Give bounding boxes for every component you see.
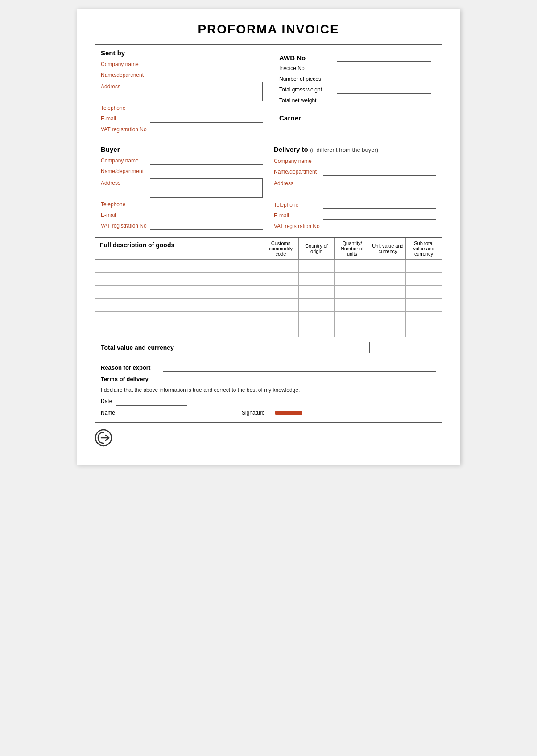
goods-qty-5-input[interactable] xyxy=(335,312,370,324)
goods-customs-4-input[interactable] xyxy=(263,299,298,311)
goods-qty-2-input[interactable] xyxy=(335,273,370,285)
goods-country-2-input[interactable] xyxy=(299,273,334,285)
goods-country-5-input[interactable] xyxy=(299,312,334,324)
goods-desc-2-input[interactable] xyxy=(95,273,263,285)
pieces-input[interactable] xyxy=(337,75,431,83)
goods-subtotal-1-input[interactable] xyxy=(406,260,442,272)
bottom-section: Reason for export Terms of delivery I de… xyxy=(95,358,442,422)
goods-desc-5-input[interactable] xyxy=(95,312,263,324)
goods-unit-3-input[interactable] xyxy=(370,286,405,298)
goods-customs-3 xyxy=(263,286,299,298)
goods-unit-1-input[interactable] xyxy=(370,260,405,272)
logo-area xyxy=(95,429,442,447)
del-vat-row: VAT registration No xyxy=(274,222,436,230)
awb-input[interactable] xyxy=(337,54,431,62)
net-input[interactable] xyxy=(337,96,431,104)
goods-qty-6 xyxy=(335,324,370,337)
buyer-address-input[interactable] xyxy=(150,178,263,198)
goods-subtotal-4-input[interactable] xyxy=(406,299,442,311)
del-namedept-input[interactable] xyxy=(323,168,436,176)
goods-customs-2-input[interactable] xyxy=(263,273,298,285)
del-company-label: Company name xyxy=(274,158,323,164)
goods-country-4-input[interactable] xyxy=(299,299,334,311)
goods-customs-1 xyxy=(263,260,299,272)
del-email-input[interactable] xyxy=(323,212,436,220)
total-input[interactable] xyxy=(369,342,436,353)
signature-input[interactable] xyxy=(314,408,436,417)
goods-subtotal-3-input[interactable] xyxy=(406,286,442,298)
sent-tel-input[interactable] xyxy=(150,104,263,112)
del-email-label: E-mail xyxy=(274,212,323,219)
buyer-vat-label: VAT registration No xyxy=(101,223,150,229)
gross-input[interactable] xyxy=(337,86,431,94)
page: PROFORMA INVOICE Sent by Company name Na… xyxy=(77,9,460,465)
goods-subtotal-6-input[interactable] xyxy=(406,324,442,337)
del-tel-input[interactable] xyxy=(323,201,436,209)
goods-desc-6-input[interactable] xyxy=(95,324,263,337)
terms-input[interactable] xyxy=(163,374,436,383)
del-company-input[interactable] xyxy=(323,157,436,165)
buyer-namedept-row: Name/department xyxy=(101,167,263,175)
goods-customs-6-input[interactable] xyxy=(263,324,298,337)
goods-desc-3 xyxy=(95,286,263,298)
del-vat-input[interactable] xyxy=(323,222,436,230)
name-input[interactable] xyxy=(128,408,226,417)
goods-customs-5 xyxy=(263,312,299,324)
goods-customs-5-input[interactable] xyxy=(263,312,298,324)
goods-country-3-input[interactable] xyxy=(299,286,334,298)
reason-row: Reason for export xyxy=(101,363,436,372)
delivery-title: Delivery to xyxy=(274,145,308,153)
del-vat-label: VAT registration No xyxy=(274,223,323,229)
goods-subtotal-5-input[interactable] xyxy=(406,312,442,324)
goods-row-4 xyxy=(95,299,442,312)
buyer-namedept-input[interactable] xyxy=(150,167,263,175)
sent-email-input[interactable] xyxy=(150,115,263,123)
goods-subtotal-1 xyxy=(406,260,442,272)
goods-customs-1-input[interactable] xyxy=(263,260,298,272)
goods-desc-header: Full description of goods xyxy=(95,238,263,259)
total-label: Total value and currency xyxy=(101,344,369,351)
buyer-email-input[interactable] xyxy=(150,211,263,219)
invoice-no-input[interactable] xyxy=(337,64,431,72)
sent-tel-label: Telephone xyxy=(101,105,150,111)
goods-unit-5-input[interactable] xyxy=(370,312,405,324)
goods-qty-4-input[interactable] xyxy=(335,299,370,311)
goods-unit-5 xyxy=(370,312,406,324)
goods-qty-3-input[interactable] xyxy=(335,286,370,298)
buyer-vat-input[interactable] xyxy=(150,222,263,230)
declaration-text: I declaire that the above information is… xyxy=(101,387,436,393)
page-title: PROFORMA INVOICE xyxy=(95,22,442,37)
invoice-no-row: Invoice No xyxy=(279,64,431,72)
del-address-input[interactable] xyxy=(323,179,436,198)
goods-header-row: Full description of goods Customs commod… xyxy=(95,238,442,260)
awb-label: AWB No xyxy=(279,54,337,62)
goods-country-1-input[interactable] xyxy=(299,260,334,272)
goods-unit-6-input[interactable] xyxy=(370,324,405,337)
goods-desc-4-input[interactable] xyxy=(95,299,263,311)
goods-customs-3-input[interactable] xyxy=(263,286,298,298)
goods-unit-3 xyxy=(370,286,406,298)
goods-qty-1-input[interactable] xyxy=(335,260,370,272)
sent-address-input[interactable] xyxy=(150,82,263,101)
goods-customs-4 xyxy=(263,299,299,311)
goods-desc-3-input[interactable] xyxy=(95,286,263,298)
sent-company-input[interactable] xyxy=(150,60,263,68)
goods-unit-2-input[interactable] xyxy=(370,273,405,285)
goods-desc-1-input[interactable] xyxy=(95,260,263,272)
sent-email-row: E-mail xyxy=(101,115,263,123)
goods-country-3 xyxy=(299,286,335,298)
awb-section: AWB No Invoice No Number of pieces Total… xyxy=(274,49,436,112)
goods-subtotal-2-input[interactable] xyxy=(406,273,442,285)
reason-input[interactable] xyxy=(163,363,436,372)
buyer-address-label: Address xyxy=(101,180,150,186)
sent-namedept-input[interactable] xyxy=(150,71,263,79)
buyer-tel-input[interactable] xyxy=(150,200,263,208)
buyer-company-input[interactable] xyxy=(150,157,263,165)
date-input[interactable] xyxy=(116,397,187,406)
sent-tel-row: Telephone xyxy=(101,104,263,112)
goods-country-6-input[interactable] xyxy=(299,324,334,337)
sent-vat-input[interactable] xyxy=(150,125,263,133)
signature-row: Name Signature xyxy=(101,408,436,417)
goods-unit-4-input[interactable] xyxy=(370,299,405,311)
goods-qty-6-input[interactable] xyxy=(335,324,370,337)
